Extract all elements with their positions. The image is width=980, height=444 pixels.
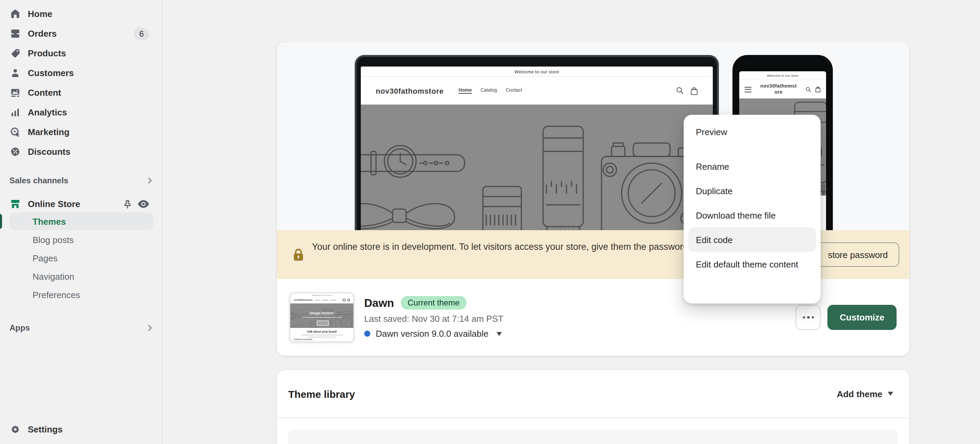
- thumb-announcement: Welcome to our store: [290, 293, 353, 297]
- search-icon: [806, 86, 811, 92]
- menu-item-edit-default-theme-content[interactable]: Edit default theme content: [688, 252, 816, 276]
- sidebar-item-discounts[interactable]: Discounts: [5, 142, 153, 161]
- sales-channels-header[interactable]: Sales channels: [10, 171, 153, 190]
- pin-icon[interactable]: [123, 199, 132, 209]
- current-theme-badge: Current theme: [401, 296, 466, 310]
- store-password-button[interactable]: store password: [816, 242, 899, 267]
- divider: [277, 417, 910, 418]
- dev-banner-message: Your online store is in development. To …: [312, 240, 713, 279]
- online-store-actions: [123, 199, 149, 209]
- lock-icon: [293, 248, 304, 261]
- chevron-down-icon[interactable]: [496, 332, 502, 336]
- theme-library-row: [288, 430, 898, 444]
- sidebar-item-orders[interactable]: Orders 6: [5, 24, 153, 43]
- sidebar-item-blog-posts[interactable]: Blog posts: [10, 231, 153, 249]
- version-update-text: Dawn version 9.0.0 available: [376, 329, 488, 339]
- sidebar-item-navigation[interactable]: Navigation: [10, 267, 153, 286]
- sidebar-item-marketing[interactable]: Marketing: [5, 122, 153, 142]
- thumb-header: nov30fathomstore Home Catalog Contact: [290, 297, 353, 303]
- bar-chart-icon: [10, 107, 21, 118]
- theme-library-card: Theme library Add theme: [277, 370, 910, 444]
- sidebar-item-preferences[interactable]: Preferences: [10, 286, 153, 304]
- announcement-bar: Welcome to our store: [739, 71, 826, 80]
- sidebar-item-pages[interactable]: Pages: [10, 249, 153, 267]
- discount-icon: [10, 146, 21, 158]
- sidebar-item-label: Themes: [33, 216, 66, 227]
- sidebar-item-label: Customers: [28, 68, 74, 78]
- menu-item-preview[interactable]: Preview: [688, 120, 816, 144]
- storefront-icon: [10, 198, 21, 210]
- sidebar-item-content[interactable]: Content: [5, 83, 153, 102]
- chevron-right-icon: [146, 324, 153, 331]
- sidebar-item-products[interactable]: Products: [5, 43, 153, 63]
- more-actions-button[interactable]: [796, 305, 821, 330]
- thumb-hero-caption: [301, 317, 342, 318]
- sidebar-item-customers[interactable]: Customers: [5, 63, 153, 83]
- customize-button[interactable]: Customize: [828, 305, 897, 330]
- store-name-line2: ore: [775, 89, 783, 94]
- version-update-row[interactable]: Dawn version 9.0.0 available: [364, 329, 503, 339]
- sidebar-item-label: Navigation: [33, 272, 74, 282]
- add-theme-label: Add theme: [837, 389, 882, 399]
- banner-illustration: [361, 105, 713, 230]
- chevron-down-icon: [888, 392, 893, 396]
- storefront-header: nov30fathomstore Home Catalog Contact: [361, 77, 713, 105]
- sidebar-item-label: Online Store: [28, 199, 80, 209]
- sidebar: Home Orders 6 Products Customers Content…: [0, 0, 162, 444]
- thumb-section-heading: Talk about your brand: [290, 330, 353, 333]
- apps-header[interactable]: Apps: [10, 318, 153, 337]
- thumb-nav-item: Catalog: [322, 299, 328, 301]
- thumb-hero-heading: Image banner: [290, 311, 353, 315]
- bag-icon: [815, 86, 821, 92]
- sidebar-item-label: Pages: [33, 253, 58, 264]
- thumb-caption-line: [308, 336, 336, 337]
- marketing-icon: [10, 126, 21, 138]
- eye-icon[interactable]: [138, 200, 149, 208]
- thumb-hero: Image banner: [290, 303, 353, 328]
- menu-item-duplicate[interactable]: Duplicate: [688, 179, 816, 203]
- menu-item-rename[interactable]: Rename: [688, 154, 816, 179]
- theme-info: Dawn Current theme Last saved: Nov 30 at…: [364, 296, 503, 339]
- thumb-caption-line: [301, 335, 343, 335]
- chevron-right-icon: [146, 177, 153, 184]
- announcement-bar: Welcome to our store: [361, 67, 713, 77]
- search-icon: [676, 87, 684, 94]
- theme-title-row: Dawn Current theme: [364, 296, 503, 310]
- theme-actions-menu: Preview Rename Duplicate Download theme …: [684, 115, 821, 303]
- sidebar-item-label: Marketing: [28, 127, 70, 137]
- mobile-header-icons: [806, 86, 821, 92]
- nav-link-contact: Contact: [506, 88, 522, 94]
- sidebar-item-label: Products: [28, 48, 66, 58]
- tag-icon: [10, 48, 21, 59]
- sidebar-item-label: Content: [28, 88, 61, 98]
- sidebar-item-label: Discounts: [28, 147, 70, 157]
- sidebar-item-label: Analytics: [28, 107, 67, 117]
- thumb-nav: Home Catalog Contact: [315, 299, 336, 301]
- sidebar-item-themes[interactable]: Themes: [10, 212, 153, 230]
- theme-thumbnail[interactable]: Welcome to our store nov30fathomstore Ho…: [290, 292, 354, 342]
- orders-icon: [10, 28, 21, 39]
- nav-link-home: Home: [458, 88, 472, 94]
- storefront-nav: Home Catalog Contact: [458, 88, 522, 94]
- nav-link-catalog: Catalog: [480, 88, 497, 94]
- add-theme-button[interactable]: Add theme: [837, 389, 893, 399]
- sidebar-item-label: Orders: [28, 29, 57, 39]
- menu-item-download-theme-file[interactable]: Download theme file: [688, 203, 816, 227]
- hamburger-menu-icon: [745, 86, 751, 92]
- sales-channels-label: Sales channels: [10, 176, 68, 185]
- store-name: nov30fathomst ore: [751, 83, 806, 95]
- thumb-nav-item: Contact: [330, 299, 336, 301]
- menu-item-edit-code[interactable]: Edit code: [688, 227, 816, 252]
- sidebar-item-settings[interactable]: Settings: [5, 420, 153, 439]
- thumb-header-icons: [342, 299, 350, 302]
- storefront-header-icons: [676, 86, 698, 95]
- apps-label: Apps: [10, 323, 30, 333]
- active-item-indicator: [0, 214, 2, 229]
- sidebar-item-online-store[interactable]: Online Store: [5, 194, 153, 214]
- sidebar-item-analytics[interactable]: Analytics: [5, 102, 153, 122]
- sidebar-item-home[interactable]: Home: [5, 4, 153, 24]
- sidebar-item-label: Preferences: [33, 290, 80, 300]
- sidebar-item-label: Settings: [28, 424, 63, 434]
- person-icon: [10, 67, 21, 79]
- update-available-dot: [364, 331, 370, 337]
